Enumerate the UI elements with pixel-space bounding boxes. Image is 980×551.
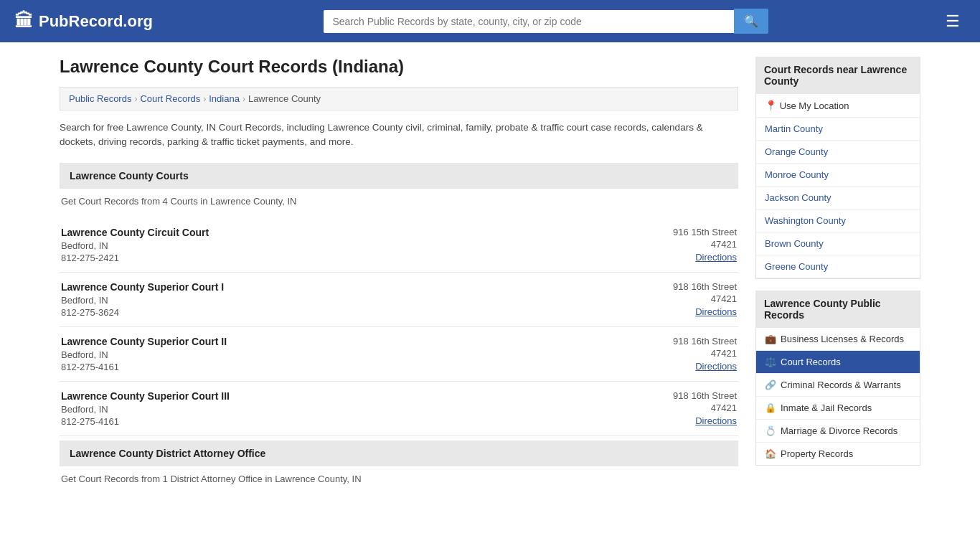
public-records-sidebar-item[interactable]: 🔒Inmate & Jail Records (756, 397, 920, 420)
menu-button[interactable]: ☰ (940, 9, 966, 34)
court-city: Bedford, IN (61, 295, 224, 306)
court-city: Bedford, IN (61, 240, 209, 251)
sidebar-item-label: Court Records (781, 357, 841, 367)
court-phone: 812-275-4161 (61, 362, 227, 372)
directions-link[interactable]: Directions (695, 361, 737, 372)
logo-icon: 🏛 (14, 10, 33, 32)
court-right: 916 15th Street 47421 Directions (673, 227, 737, 263)
nearby-list-item[interactable]: Jackson County (756, 187, 920, 209)
nearby-list: 📍 Use My Location Martin CountyOrange Co… (755, 94, 920, 279)
nearby-county-link[interactable]: Brown County (765, 238, 824, 249)
search-input[interactable] (324, 10, 734, 33)
nearby-county-link[interactable]: Orange County (765, 146, 828, 157)
nearby-county-link[interactable]: Martin County (765, 123, 823, 134)
court-entry: Lawrence County Circuit Court Bedford, I… (60, 218, 738, 273)
court-zip: 47421 (673, 239, 737, 250)
nearby-county-link[interactable]: Washington County (765, 215, 846, 226)
nearby-county-link[interactable]: Jackson County (765, 192, 831, 203)
court-zip: 47421 (673, 293, 737, 304)
sidebar-item-icon: 🔗 (765, 380, 776, 390)
court-name: Lawrence County Superior Court III (61, 390, 230, 402)
courts-section-desc: Get Court Records from 4 Courts in Lawre… (60, 196, 738, 207)
content-area: Lawrence County Court Records (Indiana) … (60, 57, 738, 496)
court-city: Bedford, IN (61, 349, 227, 360)
nearby-list-item[interactable]: Greene County (756, 255, 920, 278)
site-header: 🏛 PubRecord.org 🔍 ☰ (0, 0, 980, 42)
public-records-sidebar-item[interactable]: 💍Marriage & Divorce Records (756, 420, 920, 443)
page-title: Lawrence County Court Records (Indiana) (60, 57, 738, 77)
directions-link[interactable]: Directions (695, 252, 737, 263)
intro-text: Search for free Lawrence County, IN Cour… (60, 121, 738, 150)
nearby-list-item[interactable]: Washington County (756, 209, 920, 232)
logo-text: PubRecord.org (39, 12, 153, 31)
main-container: Lawrence County Court Records (Indiana) … (45, 42, 935, 510)
nearby-list-item[interactable]: Brown County (756, 232, 920, 255)
search-button[interactable]: 🔍 (734, 9, 768, 34)
court-city: Bedford, IN (61, 404, 230, 415)
court-entry: Lawrence County Superior Court I Bedford… (60, 273, 738, 327)
nearby-title: Court Records near Lawrence County (755, 57, 920, 94)
directions-link[interactable]: Directions (695, 415, 737, 426)
dist-atty-header: Lawrence County District Attorney Office (60, 441, 738, 466)
breadcrumb-sep-2: › (203, 94, 206, 104)
nearby-list-item[interactable]: Orange County (756, 141, 920, 164)
court-zip: 47421 (673, 348, 737, 359)
nearby-county-link[interactable]: Monroe County (765, 169, 829, 180)
court-address: 918 16th Street (673, 336, 737, 347)
sidebar-item-label: Criminal Records & Warrants (781, 380, 901, 390)
location-pin-icon: 📍 (765, 100, 777, 111)
court-left: Lawrence County Superior Court II Bedfor… (61, 336, 227, 372)
breadcrumb-link-court-records[interactable]: Court Records (140, 93, 200, 104)
court-phone: 812-275-4161 (61, 416, 230, 427)
dist-atty-section: Lawrence County District Attorney Office… (60, 441, 738, 484)
public-records-sidebar-item[interactable]: 💼Business Licenses & Records (756, 328, 920, 351)
court-phone: 812-275-3624 (61, 307, 224, 318)
dist-atty-desc: Get Court Records from 1 District Attorn… (60, 474, 738, 484)
court-right: 918 16th Street 47421 Directions (673, 390, 737, 427)
breadcrumb-sep-3: › (242, 94, 245, 104)
sidebar: Court Records near Lawrence County 📍 Use… (755, 57, 920, 496)
sidebar-item-label: Property Records (781, 448, 853, 459)
public-records-sidebar-item[interactable]: 🏠Property Records (756, 443, 920, 465)
court-left: Lawrence County Superior Court III Bedfo… (61, 390, 230, 427)
breadcrumb: Public Records › Court Records › Indiana… (60, 87, 738, 110)
court-name: Lawrence County Circuit Court (61, 227, 209, 238)
courts-section-header: Lawrence County Courts (60, 163, 738, 189)
court-entry: Lawrence County Superior Court III Bedfo… (60, 382, 738, 436)
sidebar-item-icon: 🏠 (765, 448, 776, 459)
court-address: 918 16th Street (673, 281, 737, 292)
sidebar-item-label: Marriage & Divorce Records (781, 425, 897, 436)
court-right: 918 16th Street 47421 Directions (673, 281, 737, 318)
sidebar-item-icon: 💍 (765, 425, 776, 436)
court-phone: 812-275-2421 (61, 253, 209, 263)
use-location-label: Use My Location (780, 100, 849, 111)
courts-list: Lawrence County Circuit Court Bedford, I… (60, 218, 738, 436)
court-address: 916 15th Street (673, 227, 737, 237)
public-records-sidebar-title: Lawrence County Public Records (755, 291, 920, 328)
use-location-item[interactable]: 📍 Use My Location (756, 94, 920, 118)
court-name: Lawrence County Superior Court II (61, 336, 227, 347)
breadcrumb-sep-1: › (134, 94, 137, 104)
public-records-sidebar-item[interactable]: ⚖️Court Records (756, 351, 920, 374)
sidebar-item-icon: 🔒 (765, 402, 776, 413)
sidebar-item-label: Inmate & Jail Records (781, 402, 872, 413)
directions-link[interactable]: Directions (695, 306, 737, 317)
sidebar-item-icon: ⚖️ (765, 357, 776, 367)
public-records-sidebar-item[interactable]: 🔗Criminal Records & Warrants (756, 374, 920, 397)
sidebar-item-label: Business Licenses & Records (781, 334, 904, 344)
site-logo[interactable]: 🏛 PubRecord.org (14, 10, 153, 32)
sidebar-item-icon: 💼 (765, 334, 776, 344)
breadcrumb-link-public-records[interactable]: Public Records (69, 93, 131, 104)
nearby-list-item[interactable]: Martin County (756, 118, 920, 141)
court-entry: Lawrence County Superior Court II Bedfor… (60, 327, 738, 382)
court-right: 918 16th Street 47421 Directions (673, 336, 737, 372)
court-left: Lawrence County Superior Court I Bedford… (61, 281, 224, 318)
nearby-county-link[interactable]: Greene County (765, 261, 828, 272)
court-zip: 47421 (673, 402, 737, 413)
breadcrumb-link-indiana[interactable]: Indiana (209, 93, 240, 104)
court-address: 918 16th Street (673, 390, 737, 401)
public-records-sidebar-list: 💼Business Licenses & Records⚖️Court Reco… (755, 328, 920, 466)
search-area: 🔍 (324, 9, 768, 34)
nearby-list-item[interactable]: Monroe County (756, 164, 920, 187)
court-left: Lawrence County Circuit Court Bedford, I… (61, 227, 209, 263)
